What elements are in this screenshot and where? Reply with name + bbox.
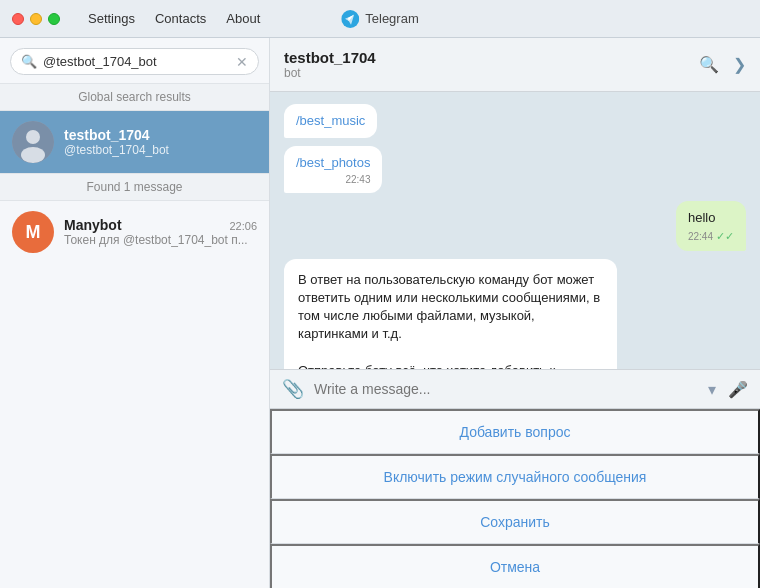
message-row: /best_photos 22:43	[284, 146, 746, 193]
message-text: /best_music	[296, 112, 365, 130]
window-title: Telegram	[341, 10, 418, 28]
telegram-logo-icon	[341, 10, 359, 28]
manybot-preview: Токен для @testbot_1704_bot п...	[64, 233, 257, 247]
search-chat-icon[interactable]: 🔍	[699, 55, 719, 74]
messages-area: /best_music /best_photos 22:43 hello	[270, 92, 760, 369]
chat-name: testbot_1704	[64, 127, 257, 143]
chat-area: testbot_1704 bot 🔍 ❯ /best_music	[270, 38, 760, 588]
bot-button-save[interactable]: Сохранить	[270, 499, 760, 544]
message-text: /best_photos	[296, 154, 370, 172]
message-meta: 22:44 ✓✓	[688, 230, 734, 243]
bot-message-bubble: В ответ на пользовательскую команду бот …	[284, 259, 617, 369]
compose-actions: ▾ 🎤	[708, 380, 748, 399]
message-text: hello	[688, 209, 734, 227]
manybot-avatar: M	[12, 211, 54, 253]
chat-header-actions: 🔍 ❯	[699, 55, 746, 74]
nav-menu: Settings Contacts About	[80, 7, 268, 30]
message-row: hello 22:44 ✓✓	[284, 201, 746, 250]
chat-header: testbot_1704 bot 🔍 ❯	[270, 38, 760, 92]
message-time: 22:44	[688, 231, 713, 242]
message-bubble: /best_photos 22:43	[284, 146, 382, 193]
chat-username: @testbot_1704_bot	[64, 143, 257, 157]
nav-contacts[interactable]: Contacts	[147, 7, 214, 30]
chat-header-status: bot	[284, 66, 699, 80]
found-message-label: Found 1 message	[0, 173, 269, 201]
bot-buttons: Добавить вопрос Включить режим случайног…	[270, 408, 760, 588]
microphone-icon[interactable]: 🎤	[728, 380, 748, 399]
link-text[interactable]: /best_music	[296, 113, 365, 128]
compose-area: 📎 ▾ 🎤	[270, 369, 760, 408]
double-check-icon: ✓✓	[716, 230, 734, 243]
global-search-label: Global search results	[0, 83, 269, 111]
bot-button-add-question[interactable]: Добавить вопрос	[270, 409, 760, 454]
sidebar-item-manybot[interactable]: M Manybot 22:06 Токен для @testbot_1704_…	[0, 201, 269, 263]
bot-button-random-mode[interactable]: Включить режим случайного сообщения	[270, 454, 760, 499]
search-icon: 🔍	[21, 54, 37, 69]
title-bar: Settings Contacts About Telegram	[0, 0, 760, 38]
message-meta: 22:43	[296, 174, 370, 185]
message-time: 22:43	[345, 174, 370, 185]
search-bar: 🔍 ✕	[10, 48, 259, 75]
bot-button-cancel[interactable]: Отмена	[270, 544, 760, 588]
attach-icon[interactable]: 📎	[282, 378, 304, 400]
chat-info: testbot_1704 @testbot_1704_bot	[64, 127, 257, 157]
sidebar: 🔍 ✕ Global search results testbot_1704 @…	[0, 38, 270, 588]
sidebar-item-testbot[interactable]: testbot_1704 @testbot_1704_bot	[0, 111, 269, 173]
manybot-time: 22:06	[229, 220, 257, 232]
nav-about[interactable]: About	[218, 7, 268, 30]
main-layout: 🔍 ✕ Global search results testbot_1704 @…	[0, 38, 760, 588]
search-clear-icon[interactable]: ✕	[236, 55, 248, 69]
chat-header-info: testbot_1704 bot	[284, 49, 699, 80]
nav-settings[interactable]: Settings	[80, 7, 143, 30]
message-row: В ответ на пользовательскую команду бот …	[284, 259, 746, 369]
message-text: В ответ на пользовательскую команду бот …	[298, 271, 603, 369]
chat-header-name: testbot_1704	[284, 49, 699, 66]
close-button[interactable]	[12, 13, 24, 25]
window-controls	[12, 13, 60, 25]
minimize-button[interactable]	[30, 13, 42, 25]
svg-point-2	[26, 130, 40, 144]
emoji-icon[interactable]: ▾	[708, 380, 716, 399]
search-input[interactable]	[43, 54, 230, 69]
manybot-info: Manybot 22:06 Токен для @testbot_1704_bo…	[64, 217, 257, 247]
message-row: /best_music	[284, 104, 746, 138]
maximize-button[interactable]	[48, 13, 60, 25]
message-bubble: hello 22:44 ✓✓	[676, 201, 746, 250]
svg-point-3	[21, 147, 45, 163]
manybot-name: Manybot	[64, 217, 122, 233]
avatar	[12, 121, 54, 163]
message-bubble: /best_music	[284, 104, 377, 138]
link-text[interactable]: /best_photos	[296, 155, 370, 170]
compose-input[interactable]	[314, 381, 698, 397]
expand-icon[interactable]: ❯	[733, 55, 746, 74]
